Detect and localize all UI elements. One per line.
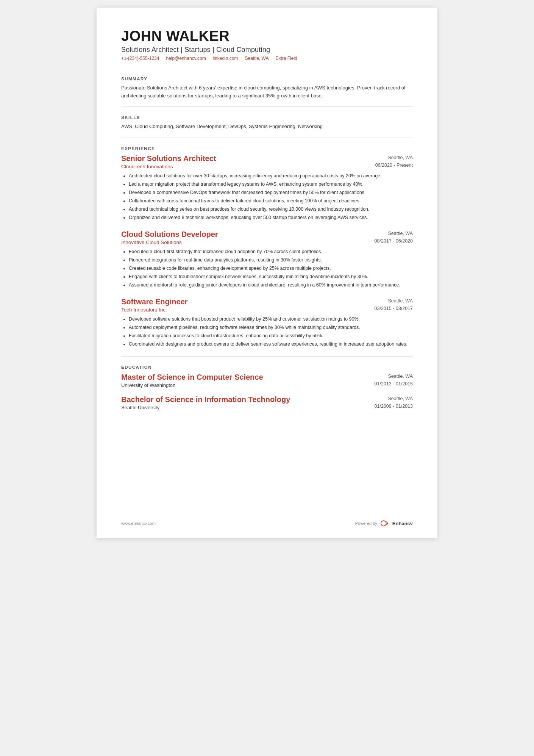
edu-degree-school-1: Master of Science in Computer Science Un… (121, 373, 263, 388)
bullet-3-1: Developed software solutions that booste… (129, 315, 413, 323)
edu-location-2: Seattle, WA (388, 396, 413, 401)
bullet-2-2: Pioneered integrations for real-time dat… (129, 256, 413, 264)
job-meta-1: Seattle, WA 06/2020 - Present (375, 154, 413, 169)
job-header-1: Senior Solutions Architect CloudTech Inn… (121, 154, 413, 169)
job-meta-2: Seattle, WA 08/2017 - 06/2020 (375, 230, 413, 245)
edu-header-2: Bachelor of Science in Information Techn… (121, 395, 413, 410)
bullet-2-3: Created reusable code libraries, enhanci… (129, 265, 413, 272)
edu-entry-2: Bachelor of Science in Information Techn… (121, 395, 413, 410)
edu-school-2: Seattle University (121, 405, 290, 410)
page-footer: www.enhancv.com Powered by Enhancv (121, 520, 413, 527)
enhancv-logo-icon (380, 520, 391, 527)
job-company-2: Innovative Cloud Solutions (121, 239, 218, 245)
contact-email: help@enhancv.com (166, 56, 206, 61)
bullet-1-6: Organized and delivered 8 technical work… (129, 214, 413, 221)
enhancv-logo: Enhancv (380, 520, 413, 527)
skills-text: AWS, Cloud Computing, Software Developme… (121, 123, 413, 131)
job-location-2: Seattle, WA (388, 231, 413, 236)
job-location-1: Seattle, WA (388, 155, 413, 160)
bullet-1-2: Led a major migration project that trans… (129, 180, 413, 188)
skills-divider (121, 138, 413, 138)
job-title-company-2: Cloud Solutions Developer Innovative Clo… (121, 230, 218, 245)
job-title-company-3: Software Engineer Tech Innovators Inc. (121, 297, 188, 313)
job-bullets-3: Developed software solutions that booste… (121, 315, 413, 348)
job-header-2: Cloud Solutions Developer Innovative Clo… (121, 230, 413, 245)
contact-phone: +1-(234)-555-1234 (121, 56, 159, 61)
edu-entry-1: Master of Science in Computer Science Un… (121, 373, 413, 388)
job-company-1: CloudTech Innovations (121, 164, 216, 169)
edu-meta-1: Seattle, WA 01/2013 - 01/2015 (375, 373, 413, 388)
summary-label: SUMMARY (121, 77, 413, 81)
edu-degree-school-2: Bachelor of Science in Information Techn… (121, 395, 290, 410)
bullet-1-5: Authored technical blog series on best p… (129, 205, 413, 213)
contact-location: Seattle, WA (245, 56, 269, 61)
edu-degree-1: Master of Science in Computer Science (121, 373, 263, 382)
job-company-3: Tech Innovators Inc. (121, 307, 188, 313)
job-dates-2: 08/2017 - 06/2020 (375, 238, 413, 244)
contact-info: +1-(234)-555-1234 help@enhancv.com linke… (121, 56, 413, 61)
edu-meta-2: Seattle, WA 01/2009 - 01/2013 (375, 395, 413, 410)
job-header-3: Software Engineer Tech Innovators Inc. S… (121, 297, 413, 313)
summary-text: Passionate Solutions Architect with 6 ye… (121, 84, 413, 100)
bullet-1-4: Collaborated with cross-functional teams… (129, 197, 413, 205)
edu-degree-2: Bachelor of Science in Information Techn… (121, 395, 290, 404)
job-bullets-2: Executed a cloud-first strategy that inc… (121, 248, 413, 289)
bullet-2-4: Engaged with clients to troubleshoot com… (129, 273, 413, 280)
powered-by-text: Powered by (355, 521, 377, 526)
job-title-2: Cloud Solutions Developer (121, 230, 218, 239)
bullet-1-3: Developed a comprehensive DevOps framewo… (129, 189, 413, 196)
bullet-2-1: Executed a cloud-first strategy that inc… (129, 248, 413, 255)
header-section: JOHN WALKER Solutions Architect | Startu… (121, 28, 413, 61)
experience-section: EXPERIENCE Senior Solutions Architect Cl… (121, 146, 413, 348)
experience-divider (121, 356, 413, 357)
summary-section: SUMMARY Passionate Solutions Architect w… (121, 77, 413, 100)
edu-dates-1: 01/2013 - 01/2015 (375, 381, 413, 387)
education-label: EDUCATION (121, 365, 413, 369)
edu-dates-2: 01/2009 - 01/2013 (375, 404, 413, 409)
bullet-3-3: Facilitated migration processes to cloud… (129, 332, 413, 340)
job-title-company-1: Senior Solutions Architect CloudTech Inn… (121, 154, 216, 169)
job-entry-1: Senior Solutions Architect CloudTech Inn… (121, 154, 413, 221)
resume-page: JOHN WALKER Solutions Architect | Startu… (97, 8, 437, 538)
job-bullets-1: Architected cloud solutions for over 30 … (121, 172, 413, 221)
skills-section: SKILLS AWS, Cloud Computing, Software De… (121, 115, 413, 131)
edu-location-1: Seattle, WA (388, 374, 413, 379)
candidate-name: JOHN WALKER (121, 28, 413, 44)
contact-linkedin: linkedin.com (213, 56, 238, 61)
edu-school-1: University of Washington (121, 382, 263, 388)
job-entry-3: Software Engineer Tech Innovators Inc. S… (121, 297, 413, 348)
skills-label: SKILLS (121, 115, 413, 120)
job-location-3: Seattle, WA (388, 298, 413, 304)
contact-extra: Extra Field (275, 56, 297, 61)
header-divider (121, 68, 413, 68)
edu-header-1: Master of Science in Computer Science Un… (121, 373, 413, 388)
footer-powered-section: Powered by Enhancv (355, 520, 413, 527)
job-dates-1: 06/2020 - Present (375, 163, 413, 168)
job-meta-3: Seattle, WA 03/2015 - 08/2017 (375, 297, 413, 312)
bullet-3-4: Coordinated with designers and product o… (129, 340, 413, 348)
enhancv-brand-name: Enhancv (392, 521, 413, 526)
bullet-1-1: Architected cloud solutions for over 30 … (129, 172, 413, 180)
bullet-2-5: Assumed a mentorship role, guiding junio… (129, 281, 413, 289)
job-entry-2: Cloud Solutions Developer Innovative Clo… (121, 230, 413, 289)
job-title-1: Senior Solutions Architect (121, 154, 216, 163)
experience-label: EXPERIENCE (121, 146, 413, 151)
summary-divider (121, 106, 413, 107)
footer-website: www.enhancv.com (121, 521, 156, 526)
candidate-title: Solutions Architect | Startups | Cloud C… (121, 46, 413, 54)
bullet-3-2: Automated deployment pipelines, reducing… (129, 324, 413, 331)
job-dates-3: 03/2015 - 08/2017 (375, 306, 413, 311)
job-title-3: Software Engineer (121, 297, 188, 306)
education-section: EDUCATION Master of Science in Computer … (121, 365, 413, 410)
svg-point-0 (381, 521, 386, 526)
